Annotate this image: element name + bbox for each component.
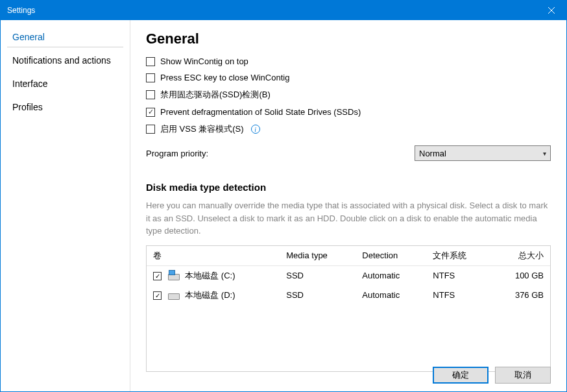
- checkbox-esc-close[interactable]: [146, 73, 155, 82]
- table-row[interactable]: 本地磁盘 (C:) SSD Automatic NTFS 100 GB: [147, 265, 550, 286]
- sidebar-item-label: Interface: [12, 79, 47, 89]
- checkbox-vss-compat[interactable]: [146, 125, 155, 134]
- priority-row: Program priority: Normal ▾: [146, 145, 551, 161]
- row-checkbox[interactable]: [153, 272, 162, 280]
- close-button[interactable]: [537, 1, 566, 20]
- cell-filesystem: NTFS: [426, 265, 492, 286]
- checkbox-label: Prevent defragmentation of Solid State D…: [160, 107, 361, 117]
- cell-size: 376 GB: [492, 286, 550, 305]
- col-filesystem[interactable]: 文件系统: [426, 246, 492, 266]
- titlebar[interactable]: Settings: [1, 1, 566, 20]
- checkbox-label: Press ESC key to close WinContig: [160, 73, 289, 82]
- sidebar-item-label: Notifications and actions: [12, 55, 111, 66]
- checkbox-disable-ssd-detect[interactable]: [146, 90, 155, 99]
- cell-media-type: SSD: [280, 286, 356, 305]
- drive-icon: [168, 271, 180, 280]
- page-title: General: [146, 31, 551, 47]
- cell-size: 100 GB: [492, 265, 550, 286]
- drive-icon: [168, 291, 180, 300]
- cancel-button[interactable]: 取消: [495, 367, 551, 384]
- button-label: 确定: [452, 369, 469, 381]
- disk-table: 卷 Media type Detection 文件系统 总大小: [147, 246, 550, 305]
- sidebar-item-label: Profiles: [12, 102, 43, 112]
- col-size[interactable]: 总大小: [492, 246, 550, 266]
- priority-value: Normal: [419, 149, 543, 158]
- settings-window: Settings General Notifications and actio…: [0, 0, 567, 392]
- sidebar-item-label: General: [12, 32, 45, 42]
- button-label: 取消: [514, 369, 531, 381]
- checkbox-row-prevent-ssd-defrag: Prevent defragmentation of Solid State D…: [146, 107, 551, 117]
- close-icon: [548, 7, 555, 14]
- row-checkbox[interactable]: [153, 291, 162, 300]
- volume-name: 本地磁盘 (D:): [185, 290, 235, 300]
- checkbox-label: Show WinContig on top: [160, 56, 248, 66]
- table-header-row: 卷 Media type Detection 文件系统 总大小: [147, 246, 550, 266]
- cell-volume: 本地磁盘 (D:): [147, 286, 280, 305]
- info-icon[interactable]: i: [251, 125, 260, 134]
- checkbox-label: 启用 VSS 兼容模式(S): [160, 123, 244, 135]
- table-empty-area: [147, 305, 550, 371]
- checkbox-row-esc-close: Press ESC key to close WinContig: [146, 73, 551, 82]
- col-volume[interactable]: 卷: [147, 246, 280, 266]
- disk-table-wrap: 卷 Media type Detection 文件系统 总大小: [146, 245, 551, 372]
- disk-section-desc: Here you can manually override the media…: [146, 199, 551, 238]
- window-body: General Notifications and actions Interf…: [1, 20, 566, 391]
- sidebar-item-general[interactable]: General: [1, 25, 130, 49]
- volume-name: 本地磁盘 (C:): [185, 271, 235, 280]
- col-media-type[interactable]: Media type: [280, 246, 356, 266]
- disk-section-heading: Disk media type detection: [146, 182, 551, 193]
- cell-volume: 本地磁盘 (C:): [147, 265, 280, 286]
- sidebar-item-interface[interactable]: Interface: [1, 72, 130, 95]
- checkbox-prevent-ssd-defrag[interactable]: [146, 108, 155, 117]
- sidebar-item-notifications[interactable]: Notifications and actions: [1, 49, 130, 72]
- cell-filesystem: NTFS: [426, 286, 492, 305]
- priority-label: Program priority:: [146, 149, 208, 158]
- sidebar: General Notifications and actions Interf…: [1, 20, 130, 391]
- checkbox-show-on-top[interactable]: [146, 57, 155, 66]
- main-panel: General Show WinContig on top Press ESC …: [130, 20, 566, 391]
- cell-detection: Automatic: [356, 265, 426, 286]
- ok-button[interactable]: 确定: [433, 367, 489, 384]
- footer-buttons: 确定 取消: [433, 367, 551, 384]
- table-row[interactable]: 本地磁盘 (D:) SSD Automatic NTFS 376 GB: [147, 286, 550, 305]
- sidebar-item-profiles[interactable]: Profiles: [1, 95, 130, 119]
- cell-media-type: SSD: [280, 265, 356, 286]
- checkbox-row-disable-ssd-detect: 禁用固态驱动器(SSD)检测(B): [146, 89, 551, 101]
- titlebar-left: Settings: [7, 6, 35, 15]
- window-title: Settings: [7, 6, 35, 15]
- checkbox-row-show-on-top: Show WinContig on top: [146, 56, 551, 66]
- col-detection[interactable]: Detection: [356, 246, 426, 266]
- chevron-down-icon: ▾: [543, 150, 546, 157]
- checkbox-row-vss-compat: 启用 VSS 兼容模式(S) i: [146, 123, 551, 135]
- checkbox-label: 禁用固态驱动器(SSD)检测(B): [160, 89, 271, 101]
- cell-detection: Automatic: [356, 286, 426, 305]
- priority-select[interactable]: Normal ▾: [415, 145, 551, 161]
